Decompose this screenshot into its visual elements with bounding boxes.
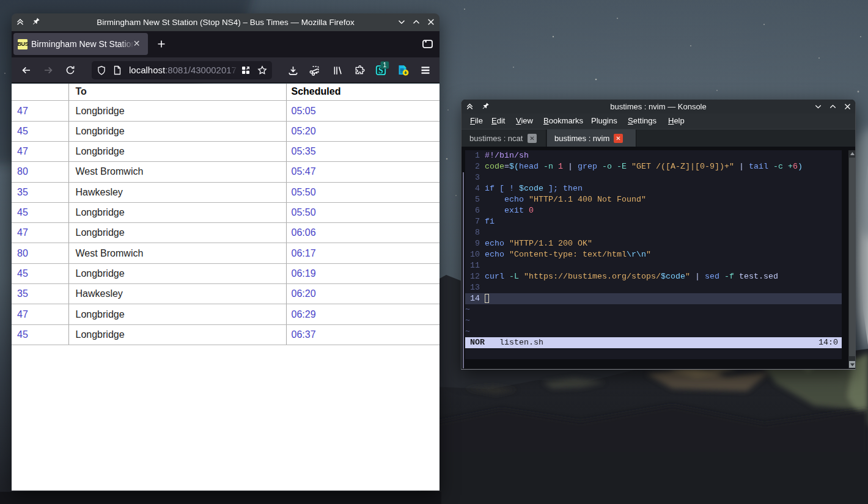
svg-text:1: 1 [383,61,386,68]
